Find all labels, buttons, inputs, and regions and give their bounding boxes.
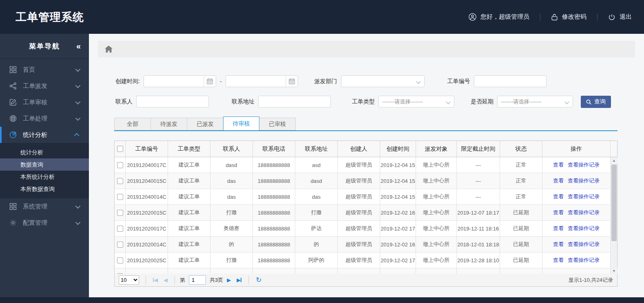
cell-phone: 18888888888 <box>253 157 295 173</box>
row-checkbox[interactable] <box>117 194 123 200</box>
view-log-link[interactable]: 查看操作记录 <box>568 257 600 264</box>
cell-id: 201912040017C <box>126 157 168 173</box>
col-created: 创建时间 <box>380 141 416 157</box>
tab-待派发[interactable]: 待派发 <box>150 118 187 130</box>
cell-creator <box>338 268 380 274</box>
user-greeting[interactable]: 您好，超级管理员 <box>469 13 529 21</box>
cell-creator: 超级管理员 <box>338 189 380 204</box>
vertical-scrollbar[interactable]: ▲ ▼ <box>610 157 617 274</box>
create-time-label: 创建时间: <box>115 78 140 85</box>
sidebar-item-config[interactable]: 配置管理 <box>0 215 89 231</box>
sidebar-item-process[interactable]: 工单处理 <box>0 110 89 127</box>
view-log-link[interactable]: 查看操作记录 <box>568 225 600 232</box>
next-page-button[interactable]: ▶ <box>227 277 231 283</box>
submenu-item[interactable]: 本所统计分析 <box>0 171 89 183</box>
sidebar-item-label: 工单处理 <box>23 115 75 123</box>
view-link[interactable]: 查看 <box>553 257 564 264</box>
tab-已审核[interactable]: 已审核 <box>259 118 296 130</box>
contact-input[interactable] <box>136 96 209 108</box>
header-divider <box>540 13 540 21</box>
view-link[interactable]: 查看 <box>553 225 564 232</box>
view-link[interactable]: 查看 <box>553 193 564 200</box>
row-checkbox[interactable] <box>117 226 123 232</box>
calendar-icon[interactable] <box>285 76 298 87</box>
refresh-icon[interactable]: ↻ <box>256 276 261 284</box>
scroll-down-icon[interactable]: ▼ <box>611 268 617 274</box>
tab-全部[interactable]: 全部 <box>114 118 150 130</box>
row-checkbox[interactable] <box>117 242 123 248</box>
delay-select[interactable]: -------请选择------- <box>497 96 573 108</box>
order-no-label: 工单编号 <box>447 78 470 85</box>
cell-deadline: --- <box>457 157 500 173</box>
table-row: 201912040014C建议工单das18888888888das超级管理员2… <box>115 189 610 205</box>
table-row: 201912040017C建议工单dasd18888888888asd超级管理员… <box>115 157 610 173</box>
last-page-button[interactable]: ▶ <box>237 277 241 283</box>
scrollbar-thumb[interactable] <box>611 165 617 241</box>
tab-已派发[interactable]: 已派发 <box>187 118 223 130</box>
sidebar-item-review[interactable]: 工单审核 <box>0 94 89 110</box>
table-row: 201912040015C建议工单das18888888888dasd超级管理员… <box>115 173 610 189</box>
home-icon[interactable] <box>105 46 113 53</box>
view-log-link[interactable]: 查看操作记录 <box>568 161 600 169</box>
table-body: 201912040017C建议工单dasd18888888888asd超级管理员… <box>115 157 610 274</box>
change-password-button[interactable]: 修改密码 <box>551 13 586 21</box>
order-type-select[interactable]: -------请选择------- <box>378 96 454 108</box>
sidebar-item-stats[interactable]: 统计分析 <box>0 127 89 143</box>
page-size-select[interactable]: 10 <box>119 275 139 285</box>
cell-address: dasd <box>295 173 338 189</box>
calendar-icon[interactable] <box>204 76 216 87</box>
submenu-item[interactable]: 数据查询 <box>0 158 89 171</box>
filter-row-1: 创建时间: - 派发部门 工单编号 <box>115 75 547 87</box>
view-link[interactable]: 查看 <box>553 161 564 169</box>
tab-待审核[interactable]: 待审核 <box>223 116 259 130</box>
view-link[interactable]: 查看 <box>553 209 564 216</box>
view-link[interactable]: 查看 <box>553 241 564 248</box>
address-input[interactable] <box>258 96 331 108</box>
cell-id: 201912020015C <box>126 205 168 220</box>
header-stub-cell <box>611 141 618 157</box>
sidebar-submenu: 统计分析数据查询本所统计分析本所数据查询 <box>0 143 89 198</box>
row-checkbox-cell <box>115 221 126 236</box>
table-row: 201912020025C建议工单打撒18888888888阿萨的超级管理员20… <box>115 253 610 268</box>
cell-phone: 18888888888 <box>253 173 295 189</box>
share-icon <box>9 82 17 90</box>
status-badge <box>500 268 542 274</box>
chevron-down-icon <box>75 203 81 209</box>
first-page-button[interactable]: ◀ <box>153 277 158 283</box>
sidebar-item-dispatch[interactable]: 工单派发 <box>0 78 89 94</box>
select-all-checkbox[interactable] <box>117 146 123 152</box>
row-checkbox[interactable] <box>117 178 123 184</box>
view-log-link[interactable]: 查看操作记录 <box>568 177 600 184</box>
cell-target: 墩上中心所 <box>416 157 457 173</box>
sidebar-item-home[interactable]: 首页 <box>0 61 89 78</box>
submenu-item[interactable]: 统计分析 <box>0 146 89 158</box>
cell-created: 2019-12-02 16 <box>380 205 416 220</box>
page-number-input[interactable] <box>189 275 206 285</box>
cell-phone: 18888888888 <box>253 237 295 252</box>
row-checkbox[interactable] <box>117 257 123 263</box>
scroll-up-icon[interactable]: ▲ <box>611 157 617 164</box>
cell-contact: 打撒 <box>210 205 253 220</box>
sidebar: 菜单导航 « 首页工单派发工单审核工单处理统计分析统计分析数据查询本所统计分析本… <box>0 34 89 297</box>
logout-button[interactable]: 退出 <box>608 13 632 21</box>
search-icon <box>586 99 591 105</box>
order-no-input[interactable] <box>474 75 547 87</box>
dispatch-dept-select[interactable] <box>341 75 425 87</box>
col-actions: 操作 <box>542 141 611 157</box>
view-log-link[interactable]: 查看操作记录 <box>568 193 600 200</box>
view-log-link[interactable]: 查看操作记录 <box>568 209 600 216</box>
search-button[interactable]: 查询 <box>581 96 611 108</box>
cell-type: 建议工单 <box>168 173 210 189</box>
collapse-icon[interactable]: « <box>76 42 80 51</box>
row-checkbox-cell <box>115 253 126 268</box>
submenu-item[interactable]: 本所数据查询 <box>0 183 89 195</box>
view-link[interactable]: 查看 <box>553 177 564 184</box>
row-checkbox[interactable] <box>117 210 123 216</box>
row-checkbox-cell <box>115 268 126 274</box>
prev-page-button[interactable]: ◀ <box>164 277 168 283</box>
header-actions: 您好，超级管理员 修改密码 退出 <box>469 13 632 21</box>
row-checkbox[interactable] <box>117 162 123 168</box>
sidebar-item-system[interactable]: 系统管理 <box>0 198 89 215</box>
cell-deadline: 2019-12-07 18:17 <box>457 205 500 220</box>
view-log-link[interactable]: 查看操作记录 <box>568 241 600 248</box>
